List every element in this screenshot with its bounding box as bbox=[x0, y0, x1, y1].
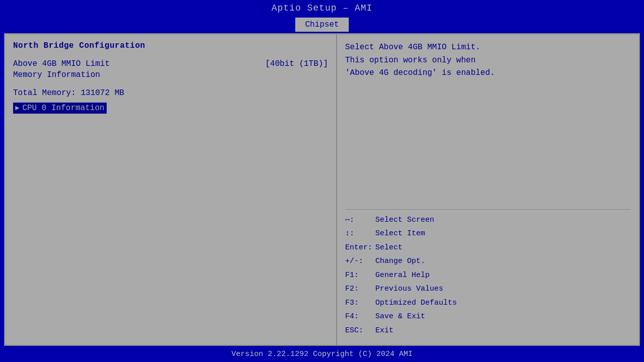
tab-bar: Chipset bbox=[0, 16, 644, 33]
key-name: F3: bbox=[345, 297, 375, 310]
divider bbox=[345, 209, 631, 210]
key-row: F2: Previous Values bbox=[345, 283, 631, 296]
key-name: F2: bbox=[345, 283, 375, 296]
main-content: North Bridge Configuration Above 4GB MMI… bbox=[4, 33, 640, 346]
above-4gb-value: [40bit (1TB)] bbox=[265, 59, 328, 68]
key-desc: Optimized Defaults bbox=[375, 297, 457, 310]
right-panel: Select Above 4GB MMIO Limit. This option… bbox=[337, 34, 639, 345]
key-desc: General Help bbox=[375, 269, 430, 282]
key-name: ↔: bbox=[345, 214, 375, 227]
tab-chipset[interactable]: Chipset bbox=[295, 18, 348, 32]
section-title: North Bridge Configuration bbox=[13, 41, 328, 50]
key-row: F1: General Help bbox=[345, 269, 631, 282]
key-help: ↔: Select Screen↕: Select ItemEnter: Sel… bbox=[345, 214, 631, 338]
cpu-info-item[interactable]: ► CPU 0 Information bbox=[13, 103, 107, 114]
key-desc: Change Opt. bbox=[375, 255, 425, 268]
key-desc: Previous Values bbox=[375, 283, 443, 296]
key-name: Enter: bbox=[345, 241, 375, 254]
above-4gb-label: Above 4GB MMIO Limit bbox=[13, 59, 110, 68]
key-desc: Exit bbox=[375, 324, 393, 337]
above-4gb-setting[interactable]: Above 4GB MMIO Limit [40bit (1TB)] bbox=[13, 59, 328, 68]
left-panel: North Bridge Configuration Above 4GB MMI… bbox=[5, 34, 337, 345]
key-row: +/-: Change Opt. bbox=[345, 255, 631, 268]
footer-text: Version 2.22.1292 Copyright (C) 2024 AMI bbox=[231, 350, 413, 358]
key-desc: Select bbox=[375, 241, 403, 254]
key-row: F3: Optimized Defaults bbox=[345, 297, 631, 310]
memory-info-label: Memory Information bbox=[13, 70, 328, 79]
arrow-right-icon: ► bbox=[15, 104, 19, 112]
cpu-info-label: CPU 0 Information bbox=[22, 104, 104, 113]
total-memory: Total Memory: 131072 MB bbox=[13, 88, 328, 98]
key-row: ↕: Select Item bbox=[345, 227, 631, 240]
key-name: ↕: bbox=[345, 227, 375, 240]
help-line-1: Select Above 4GB MMIO Limit. bbox=[345, 41, 631, 54]
key-name: F4: bbox=[345, 310, 375, 323]
key-row: ESC: Exit bbox=[345, 324, 631, 337]
help-line-3: 'Above 4G decoding' is enabled. bbox=[345, 67, 631, 80]
help-line-2: This option works only when bbox=[345, 54, 631, 67]
app-title: Aptio Setup – AMI bbox=[272, 3, 373, 13]
key-desc: Save & Exit bbox=[375, 310, 425, 323]
key-desc: Select Item bbox=[375, 227, 425, 240]
key-name: ESC: bbox=[345, 324, 375, 337]
help-text: Select Above 4GB MMIO Limit. This option… bbox=[345, 41, 631, 205]
key-name: +/-: bbox=[345, 255, 375, 268]
key-row: Enter: Select bbox=[345, 241, 631, 254]
app-header: Aptio Setup – AMI bbox=[0, 0, 644, 16]
key-row: ↔: Select Screen bbox=[345, 214, 631, 227]
key-name: F1: bbox=[345, 269, 375, 282]
key-desc: Select Screen bbox=[375, 214, 434, 227]
key-row: F4: Save & Exit bbox=[345, 310, 631, 323]
app-footer: Version 2.22.1292 Copyright (C) 2024 AMI bbox=[0, 346, 644, 362]
